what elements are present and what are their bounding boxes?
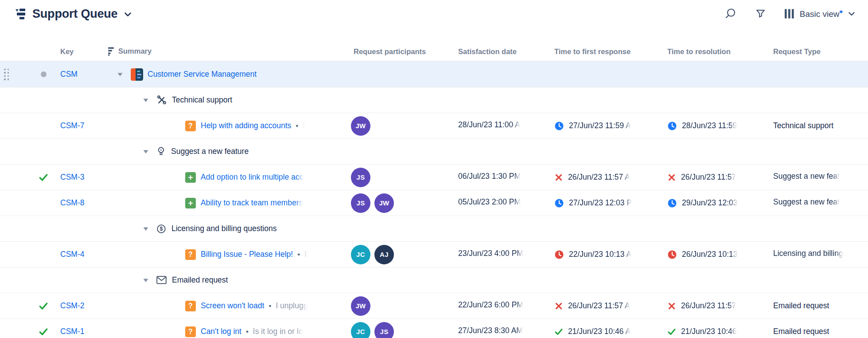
satisfaction-date: 06/Jul/23 1:30 PM [458,172,521,181]
issue-description-preview: I' [304,250,308,259]
column-header-ttr[interactable]: Time to resolution [665,47,771,56]
top-bar: Support Queue Bas [0,0,868,28]
ttfr-date: 22/Jun/23 10:13 A [569,250,631,259]
page-title[interactable]: Support Queue [32,7,117,21]
issue-summary-link[interactable]: Ability to track team members [201,198,303,208]
collapse-chevron-icon[interactable] [117,72,123,77]
tools-icon [156,95,167,105]
sla-breached-x-icon [554,173,563,182]
table-row-issue[interactable]: CSM-2 ? Screen won't loadt • I unplugg J… [0,293,868,319]
lightbulb-icon [156,146,166,157]
ttr-date: 26/Jun/23 11:57 [681,301,736,310]
columns-icon [785,9,794,19]
column-header-request-type[interactable]: Request Type [771,47,868,56]
drag-handle[interactable] [4,69,9,80]
issue-key-link[interactable]: CSM-1 [60,327,84,336]
avatar: JW [351,116,370,136]
summary-separator: • [246,327,249,336]
ttfr-date: 27/Jun/23 12:03 P [569,198,632,208]
issue-summary-link[interactable]: Screen won't loadt [201,301,264,310]
issue-summary-link[interactable]: Can't log int [201,327,241,336]
request-type: Emailed request [771,327,868,336]
structure-logo-icon [15,8,27,20]
issue-summary-link[interactable]: Add option to link multiple acc [201,173,304,182]
ttr-date: 28/Jun/23 11:59 [682,121,737,130]
collapse-chevron-icon[interactable] [143,98,149,103]
issue-key-link[interactable]: CSM-3 [60,173,84,181]
summary-separator: • [297,250,300,259]
avatar: JW [374,193,394,213]
sla-clock-overdue-icon [667,250,677,259]
sla-breached-x-icon [667,173,676,182]
table-row-group[interactable]: Suggest a new feature [0,139,868,165]
request-type: Technical support [771,121,868,130]
project-avatar-icon [131,68,143,81]
column-header-ttfr[interactable]: Time to first response [552,47,665,56]
envelope-icon [156,276,167,284]
avatar: JS [351,193,370,213]
table-row-issue[interactable]: CSM-7 ? Help with adding accounts • I JW… [0,113,868,139]
table-row-group[interactable]: Technical support [0,87,868,113]
request-type-plus-icon: + [185,172,196,183]
issue-key-link[interactable]: CSM [60,70,78,79]
collapse-chevron-icon[interactable] [143,226,149,232]
sla-clock-icon [554,121,564,131]
avatar: JS [351,168,370,187]
filter-icon[interactable] [755,8,766,19]
ttfr-date: 26/Jun/23 11:57 A [568,173,630,182]
sla-breached-x-icon [554,302,563,310]
group-label: Suggest a new feature [171,147,249,156]
view-switcher[interactable]: Basic view* [785,8,855,19]
table-row-group[interactable]: $ Licensing and billing questions [0,216,868,242]
ttr-date: 26/Jun/23 11:57 [681,173,736,182]
satisfaction-date: 27/Jun/23 8:30 AM [458,326,523,335]
table-row-project-csm[interactable]: CSM Customer Service Management [0,61,868,87]
dollar-circle-icon: $ [156,224,166,234]
svg-text:$: $ [160,226,163,232]
resolved-check-icon [39,327,48,337]
table-row-issue[interactable]: CSM-1 ? Can't log int • Is it log in or … [0,319,868,338]
group-label: Licensing and billing questions [171,224,276,233]
column-header-summary[interactable]: Summary [106,47,350,56]
project-summary-link[interactable]: Customer Service Management [148,70,257,79]
issue-summary-link[interactable]: Help with adding accounts [201,121,291,130]
summary-sort-icon [106,47,114,56]
collapse-chevron-icon[interactable] [143,149,149,154]
sla-clock-icon [667,121,677,131]
table-row-issue[interactable]: CSM-8 + Ability to track team members JS… [0,190,868,216]
sla-clock-icon [554,198,564,208]
avatar: AJ [374,245,394,264]
satisfaction-date: 23/Jun/23 4:00 PM [458,249,523,258]
view-chevron-down-icon [849,12,855,16]
column-header-satisfaction[interactable]: Satisfaction date [456,47,552,56]
avatar: JC [351,322,370,338]
table-row-group[interactable]: Emailed request [0,267,868,293]
title-chevron-down-icon[interactable] [125,12,131,17]
table-row-issue[interactable]: CSM-4 ? Billing Issue - Please Help! • I… [0,242,868,267]
sla-breached-x-icon [667,302,676,310]
request-type-question-icon: ? [185,249,196,260]
request-type: Suggest a new feat [773,197,840,207]
issue-description-preview: Is it log in or lo [253,327,303,336]
table-row-issue[interactable]: CSM-3 + Add option to link multiple acc … [0,165,868,190]
column-header-key[interactable]: Key [60,47,106,56]
ttfr-date: 26/Jun/23 11:57 A [568,301,630,310]
issue-summary-link[interactable]: Billing Issue - Please Help! [201,250,293,259]
search-icon[interactable] [724,8,736,20]
ttr-date: 26/Jun/23 10:13 [682,250,738,259]
view-modified-indicator: * [840,8,843,18]
collapse-chevron-icon[interactable] [143,278,149,283]
column-header-participants[interactable]: Request participants [350,47,456,56]
satisfaction-date: 05/Jul/23 2:00 PM [458,197,521,207]
request-type: Suggest a new feat [773,172,840,181]
issue-key-link[interactable]: CSM-8 [60,198,84,207]
issue-key-link[interactable]: CSM-7 [60,121,84,130]
issue-key-link[interactable]: CSM-2 [60,301,84,310]
summary-separator: • [269,302,271,310]
avatar: JC [351,245,370,264]
issue-description-preview: I unplugg [276,301,307,310]
project-status-dot [41,71,47,77]
issue-key-link[interactable]: CSM-4 [60,250,84,259]
summary-separator: • [296,122,298,130]
resolved-check-icon [39,173,48,182]
